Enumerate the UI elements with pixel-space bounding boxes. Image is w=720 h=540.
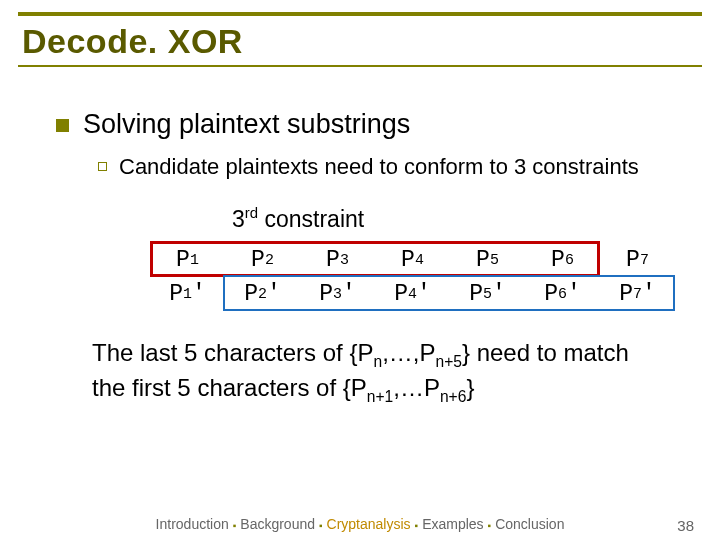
explain-sub: n+6 [440,387,466,404]
p-cell: P2' [225,277,300,311]
breadcrumb-item: Conclusion [495,516,564,532]
p-cell: P5' [450,277,525,311]
bullet-2-text: Candidate plaintexts need to conform to … [119,154,639,180]
p-row-2: P1'P2'P3'P4'P5'P6'P7' [150,277,680,311]
slide-title: Decode. XOR [22,22,720,61]
breadcrumb-separator-icon: ▪ [233,520,237,531]
breadcrumb-footer: Introduction▪Background▪Cryptanalysis▪Ex… [0,516,720,532]
hollow-square-bullet-icon [98,162,107,171]
p-cell: P3' [300,277,375,311]
explain-seg: ,…,P [382,339,435,366]
p-cell: P4' [375,277,450,311]
p-cell: P6 [525,243,600,277]
bullet-level-1: Solving plaintext substrings [56,109,684,140]
bullet-level-2: Candidate plaintexts need to conform to … [98,154,684,180]
breadcrumb-separator-icon: ▪ [415,520,419,531]
bullet-1-text: Solving plaintext substrings [83,109,410,140]
explain-seg: ,…P [393,374,440,401]
p-cell: P7' [600,277,675,311]
explain-sub: n [373,352,382,369]
breadcrumb-item: Cryptanalysis [327,516,411,532]
title-rule-top [18,12,702,16]
slide-body: Solving plaintext substrings Candidate p… [56,109,684,406]
constraint-word: constraint [258,206,364,232]
page-number: 38 [677,517,694,534]
explain-sub: n+5 [436,352,462,369]
p-cell: P1 [150,243,225,277]
square-bullet-icon [56,119,69,132]
slide: Decode. XOR Solving plaintext substrings… [0,12,720,540]
breadcrumb-item: Examples [422,516,483,532]
explain-seg: The last 5 characters of {P [92,339,373,366]
p-cell: P6' [525,277,600,311]
breadcrumb-separator-icon: ▪ [488,520,492,531]
title-rule-bottom [18,65,702,67]
p-cell: P4 [375,243,450,277]
explain-sub: n+1 [367,387,393,404]
constraint-ordinal-suffix: rd [245,204,258,221]
p-cell: P7 [600,243,675,277]
p-cell: P2 [225,243,300,277]
constraint-ordinal: 3 [232,206,245,232]
explain-seg: } [466,374,474,401]
breadcrumb-separator-icon: ▪ [319,520,323,531]
breadcrumb-item: Introduction [156,516,229,532]
p-row-1: P1P2P3P4P5P6P7 [150,243,680,277]
constraint-label: 3rd constraint [232,204,684,233]
explanation-text: The last 5 characters of {Pn,…,Pn+5} nee… [92,337,648,407]
breadcrumb-item: Background [240,516,315,532]
p-cell: P5 [450,243,525,277]
p-cell: P3 [300,243,375,277]
p-cell: P1' [150,277,225,311]
p-table: P1P2P3P4P5P6P7 P1'P2'P3'P4'P5'P6'P7' [150,243,680,311]
